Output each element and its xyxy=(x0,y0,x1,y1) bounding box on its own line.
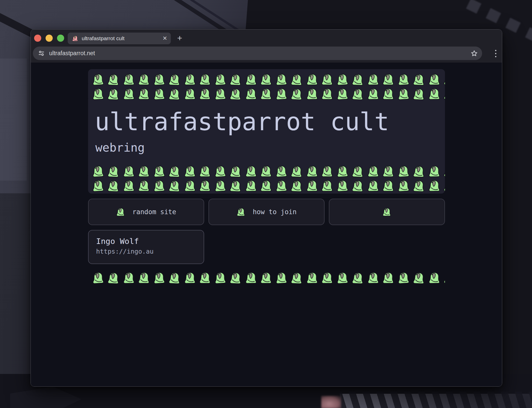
parrot-icon xyxy=(229,165,242,177)
parrot-icon xyxy=(305,88,319,100)
parrot-icon xyxy=(290,180,303,192)
parrot-icon xyxy=(88,74,90,85)
parrot-icon xyxy=(321,272,334,284)
parrot-icon xyxy=(305,272,319,284)
footer-parrot-strip xyxy=(88,272,445,285)
parrot-icon xyxy=(153,88,166,100)
parrot-icon xyxy=(244,272,258,284)
parrot-icon xyxy=(351,165,365,177)
parrot-icon xyxy=(244,180,258,192)
parrot-icon xyxy=(321,165,334,177)
parrot-icon xyxy=(122,74,135,85)
parrot-icon xyxy=(336,74,349,85)
address-bar[interactable]: ultrafastparrot.net xyxy=(33,47,482,60)
parrot-icon xyxy=(382,74,395,85)
parrot-icon xyxy=(260,180,273,192)
page-title: ultrafastparrot cult xyxy=(95,110,445,134)
parrot-icon xyxy=(351,272,365,284)
parrot-icon xyxy=(382,165,395,177)
parrot-icon xyxy=(428,165,441,177)
parrot-icon xyxy=(229,74,242,85)
parrot-icon xyxy=(397,74,410,85)
parrot-icon xyxy=(107,88,120,100)
parrot-icon xyxy=(107,180,120,192)
parrot-icon xyxy=(397,88,410,100)
member-card[interactable]: Ingo Wolf https://ingo.au xyxy=(88,230,204,264)
parrot-icon xyxy=(183,272,197,284)
url-text: ultrafastparrot.net xyxy=(49,50,470,57)
parrot-icon xyxy=(397,272,410,284)
parrot-icon xyxy=(107,74,120,85)
parrot-icon xyxy=(305,74,319,85)
parrot-icon xyxy=(199,88,212,100)
parrot-icon xyxy=(214,272,227,284)
parrot-icon xyxy=(116,208,125,216)
parrot-row xyxy=(88,74,445,85)
parrot-icon xyxy=(107,272,120,284)
window-close-button[interactable] xyxy=(34,35,41,42)
parrot-icon xyxy=(290,88,303,100)
parrot-icon xyxy=(351,74,365,85)
parrot-icon xyxy=(351,180,365,192)
parrot-icon xyxy=(214,180,227,192)
parrot-only-button[interactable] xyxy=(329,199,445,225)
parrot-icon xyxy=(382,180,395,192)
parrot-icon xyxy=(428,180,441,192)
bookmark-star-icon[interactable] xyxy=(470,50,478,57)
browser-tab[interactable]: ultrafastparrot cult ✕ xyxy=(68,33,171,44)
parrot-icon xyxy=(229,88,242,100)
tab-close-icon[interactable]: ✕ xyxy=(163,36,167,41)
parrot-icon xyxy=(92,74,105,85)
parrot-icon xyxy=(275,88,288,100)
parrot-icon xyxy=(367,165,380,177)
parrot-icon xyxy=(244,165,258,177)
parrot-icon xyxy=(88,180,90,192)
parrot-icon xyxy=(72,35,79,41)
site-settings-icon[interactable] xyxy=(38,50,45,57)
parrot-icon xyxy=(260,88,273,100)
tab-title: ultrafastparrot cult xyxy=(82,35,160,41)
parrot-icon xyxy=(443,88,445,100)
parrot-icon xyxy=(290,272,303,284)
button-label: how to join xyxy=(253,208,297,216)
wallpaper-pink-patch xyxy=(321,396,341,408)
parrot-icon xyxy=(214,74,227,85)
parrot-icon xyxy=(168,180,181,192)
parrot-icon xyxy=(412,88,426,100)
window-zoom-button[interactable] xyxy=(57,35,64,42)
browser-menu-icon[interactable] xyxy=(491,48,501,59)
parrot-icon xyxy=(153,272,166,284)
window-minimize-button[interactable] xyxy=(46,35,53,42)
parrot-icon xyxy=(199,165,212,177)
new-tab-button[interactable]: + xyxy=(175,33,185,43)
parrot-icon xyxy=(92,88,105,100)
parrot-icon xyxy=(122,88,135,100)
parrot-row xyxy=(88,165,445,177)
parrot-icon xyxy=(153,165,166,177)
parrot-icon xyxy=(412,272,426,284)
how-to-join-button[interactable]: how to join xyxy=(208,199,325,225)
parrot-icon xyxy=(199,180,212,192)
wallpaper-left-shape xyxy=(0,59,27,181)
nav-button-row: random site how to join xyxy=(88,199,445,225)
parrot-icon xyxy=(92,272,105,284)
parrot-icon xyxy=(260,165,273,177)
parrot-icon xyxy=(336,272,349,284)
page-subtitle: webring xyxy=(95,142,445,153)
parrot-icon xyxy=(153,74,166,85)
parrot-icon xyxy=(336,180,349,192)
parrot-icon xyxy=(443,180,445,192)
random-site-button[interactable]: random site xyxy=(88,199,204,225)
parrot-icon xyxy=(137,272,151,284)
parrot-icon xyxy=(168,74,181,85)
parrot-icon xyxy=(412,74,426,85)
parrot-icon xyxy=(305,165,319,177)
parrot-icon xyxy=(107,165,120,177)
member-url: https://ingo.au xyxy=(96,248,204,255)
parrot-row xyxy=(88,88,445,100)
wallpaper-bottom-texture xyxy=(340,392,532,408)
parrot-row xyxy=(88,272,445,284)
parrot-icon xyxy=(122,272,135,284)
parrot-icon xyxy=(428,272,441,284)
parrot-icon xyxy=(88,272,90,284)
